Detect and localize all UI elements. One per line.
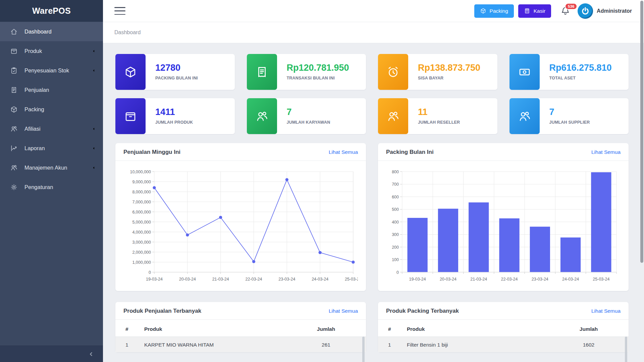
svg-text:19-03-24: 19-03-24: [409, 277, 426, 282]
receipt-icon: [255, 65, 269, 79]
gear-icon: [10, 183, 18, 191]
sidebar-item-packing[interactable]: Packing: [0, 100, 103, 119]
svg-text:1,000,000: 1,000,000: [132, 260, 151, 265]
clipboard-icon: [10, 67, 18, 74]
svg-text:19-03-24: 19-03-24: [146, 277, 163, 282]
svg-text:500: 500: [392, 207, 399, 212]
svg-text:7,000,000: 7,000,000: [132, 200, 151, 204]
svg-text:3,000,000: 3,000,000: [132, 240, 151, 245]
stat-icon-block: [509, 54, 540, 90]
table-scrollbar[interactable]: [362, 337, 365, 362]
stat-label: JUMLAH SUPPLIER: [549, 120, 590, 125]
user-name: Administrator: [597, 8, 632, 14]
top-packing-products-panel: Produk Packing Terbanyak Lihat Semua # P…: [378, 302, 629, 352]
panel-header: Packing Bulan Ini Lihat Semua: [378, 143, 629, 161]
breadcrumb: Dashboard: [103, 22, 644, 43]
stats-grid: 12780PACKING BULAN INIRp120.781.950TRANS…: [115, 54, 629, 134]
svg-text:20-03-24: 20-03-24: [440, 277, 457, 282]
table-wrap: # Produk Jumlah 1KARPET MIO WARNA HITAM2…: [115, 320, 366, 352]
stat-label: JUMLAH KARYAWAN: [287, 120, 330, 125]
stat-label: JUMLAH RESELLER: [418, 120, 460, 125]
users-icon: [10, 164, 18, 172]
users-icon: [518, 110, 531, 123]
chevron-left-icon: [91, 68, 96, 73]
stat-card-jumlah-supplier: 7JUMLAH SUPPLIER: [509, 98, 629, 134]
column-header: Jumlah: [294, 321, 366, 337]
sidebar-item-produk[interactable]: Produk: [0, 41, 103, 61]
stat-icon-block: [378, 98, 408, 134]
sales-week-lihat-semua-link[interactable]: Lihat Semua: [329, 149, 358, 155]
receipt-icon: [10, 86, 18, 94]
menu-toggle-button[interactable]: [114, 7, 125, 15]
avatar[interactable]: [578, 3, 593, 19]
svg-text:700: 700: [392, 182, 399, 187]
cube-icon: [124, 65, 137, 79]
stat-value: Rp138.873.750: [418, 63, 480, 72]
column-header: Produk: [144, 321, 294, 337]
table-scrollbar[interactable]: [625, 337, 627, 362]
svg-text:9,000,000: 9,000,000: [132, 180, 151, 184]
sidebar-item-pengaturan[interactable]: Pengaturan: [0, 177, 103, 197]
panel-title: Packing Bulan Ini: [386, 149, 434, 156]
topbar-actions: Packing Kasir 536 Administrator: [474, 3, 632, 19]
notifications-button[interactable]: 536: [560, 6, 570, 16]
sidebar-item-dashboard[interactable]: Dashboard: [0, 22, 103, 41]
svg-text:22-03-24: 22-03-24: [245, 277, 262, 282]
table-wrap: # Produk Jumlah 1Filter Bensin 1 biji160…: [378, 320, 629, 352]
stat-label: PACKING BULAN INI: [155, 76, 198, 80]
svg-text:20-03-24: 20-03-24: [179, 277, 196, 282]
sidebar-collapse-button[interactable]: [0, 346, 103, 362]
chevron-left-icon: [91, 49, 96, 54]
top-packing-products-table: # Produk Jumlah 1Filter Bensin 1 biji160…: [378, 321, 629, 352]
top-sales-lihat-semua-link[interactable]: Lihat Semua: [329, 308, 358, 314]
stat-icon-block: [115, 98, 146, 134]
top-packing-lihat-semua-link[interactable]: Lihat Semua: [591, 308, 621, 314]
chevron-left-icon: [91, 165, 96, 170]
sidebar-item-afiliasi[interactable]: Afiliasi: [0, 119, 103, 138]
cube-icon: [10, 106, 18, 113]
sidebar-item-penyesuaian-stok[interactable]: Penyesuaian Stok: [0, 61, 103, 80]
power-icon: [581, 6, 590, 16]
svg-text:23-03-24: 23-03-24: [532, 277, 548, 282]
table-row: 1Filter Bensin 1 biji1602: [378, 337, 629, 353]
topbar: Packing Kasir 536 Administrator: [103, 0, 644, 22]
svg-text:21-03-24: 21-03-24: [470, 277, 487, 282]
app-title: WarePOS: [32, 6, 71, 16]
svg-text:24-03-24: 24-03-24: [312, 277, 328, 282]
stat-icon-block: [247, 98, 277, 134]
sales-week-chart-panel: Penjualan Minggu Ini Lihat Semua 01,000,…: [115, 143, 366, 291]
panel-title: Produk Packing Terbanyak: [386, 308, 459, 314]
page-scrollbar[interactable]: [640, 1, 643, 263]
main-area: Packing Kasir 536 Administrator Dashboar…: [103, 0, 644, 362]
chart-body: 010020030040050060070080019-03-2420-03-2…: [378, 161, 629, 291]
stat-icon-block: [378, 54, 408, 90]
sidebar-item-label: Penyesuaian Stok: [24, 67, 69, 74]
top-sales-tbody: 1KARPET MIO WARNA HITAM261: [115, 337, 366, 353]
svg-text:25-03-24: 25-03-24: [345, 277, 358, 282]
panel-header: Produk Packing Terbanyak Lihat Semua: [378, 302, 629, 320]
table-cell: 1: [115, 337, 144, 353]
stat-icon-block: [509, 98, 540, 134]
packing-button[interactable]: Packing: [474, 4, 514, 18]
sidebar-item-penjualan[interactable]: Penjualan: [0, 80, 103, 100]
svg-text:300: 300: [392, 232, 399, 237]
svg-text:200: 200: [392, 245, 399, 250]
kasir-button[interactable]: Kasir: [518, 4, 551, 18]
packing-month-lihat-semua-link[interactable]: Lihat Semua: [591, 149, 621, 155]
svg-text:4,000,000: 4,000,000: [132, 230, 151, 235]
table-cell: Filter Bensin 1 biji: [407, 337, 557, 353]
sidebar-item-manajemen-akun[interactable]: Manajemen Akun: [0, 158, 103, 177]
panel-title: Produk Penjualan Terbanyak: [123, 308, 201, 314]
stat-value: 1411: [155, 108, 193, 117]
alarm-icon: [386, 65, 400, 79]
sidebar-item-label: Produk: [24, 48, 42, 54]
sidebar-item-laporan[interactable]: Laporan: [0, 138, 103, 158]
stat-label: JUMLAH PRODUK: [155, 120, 193, 125]
column-header: Produk: [407, 321, 557, 337]
panel-title: Penjualan Minggu Ini: [123, 149, 180, 156]
packing-button-label: Packing: [490, 8, 508, 14]
stat-card-transaksi-bulan-ini: Rp120.781.950TRANSAKSI BULAN INI: [247, 54, 366, 90]
users-icon: [255, 110, 269, 123]
sidebar-item-label: Afiliasi: [24, 126, 41, 132]
app-root: WarePOS DashboardProdukPenyesuaian StokP…: [0, 0, 644, 362]
